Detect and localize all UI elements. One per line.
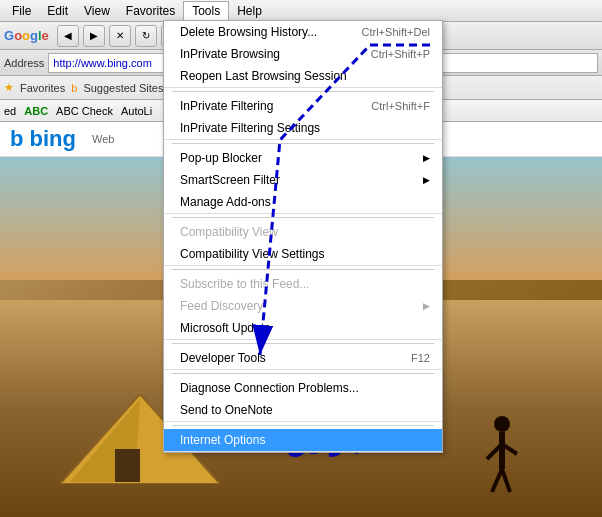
command-ed: ed bbox=[4, 105, 16, 117]
menu-smartscreen[interactable]: SmartScreen Filter bbox=[164, 169, 442, 191]
google-logo: Google bbox=[4, 28, 49, 43]
back-button[interactable]: ◀ bbox=[57, 25, 79, 47]
browser-frame: File Edit View Favorites Tools Help Goog… bbox=[0, 0, 602, 517]
svg-point-3 bbox=[494, 416, 510, 432]
tools-dropdown-menu: Delete Browsing History... Ctrl+Shift+De… bbox=[163, 20, 443, 453]
menu-file[interactable]: File bbox=[4, 2, 39, 20]
menu-manage-addons[interactable]: Manage Add-ons bbox=[164, 191, 442, 213]
menu-sep-5 bbox=[172, 343, 434, 344]
menu-inprivate-browsing[interactable]: InPrivate Browsing Ctrl+Shift+P bbox=[164, 43, 442, 65]
menu-feed-discovery: Feed Discovery bbox=[164, 295, 442, 317]
menu-section-7: Diagnose Connection Problems... Send to … bbox=[164, 377, 442, 422]
menu-tools[interactable]: Tools bbox=[183, 1, 229, 21]
menu-internet-options[interactable]: Internet Options bbox=[164, 429, 442, 451]
menu-compatibility-settings[interactable]: Compatibility View Settings bbox=[164, 243, 442, 265]
menu-view[interactable]: View bbox=[76, 2, 118, 20]
menu-compatibility-view: Compatibility View bbox=[164, 221, 442, 243]
menu-sep-3 bbox=[172, 217, 434, 218]
menu-subscribe-feed: Subscribe to this Feed... bbox=[164, 273, 442, 295]
check-label[interactable]: ABC Check bbox=[56, 105, 113, 117]
svg-line-8 bbox=[502, 469, 510, 492]
menu-sep-7 bbox=[172, 425, 434, 426]
favorites-star-icon: ★ bbox=[4, 81, 14, 94]
menu-favorites[interactable]: Favorites bbox=[118, 2, 183, 20]
menu-sep-6 bbox=[172, 373, 434, 374]
menu-section-1: Delete Browsing History... Ctrl+Shift+De… bbox=[164, 21, 442, 88]
menu-popup-blocker[interactable]: Pop-up Blocker bbox=[164, 147, 442, 169]
person-silhouette bbox=[482, 414, 522, 497]
menu-send-onenote[interactable]: Send to OneNote bbox=[164, 399, 442, 421]
menu-section-6: Developer Tools F12 bbox=[164, 347, 442, 370]
menu-sep-1 bbox=[172, 91, 434, 92]
svg-line-7 bbox=[492, 469, 502, 492]
menu-reopen-session[interactable]: Reopen Last Browsing Session bbox=[164, 65, 442, 87]
favorites-label[interactable]: Favorites bbox=[20, 82, 65, 94]
menu-sep-2 bbox=[172, 143, 434, 144]
menu-inprivate-settings[interactable]: InPrivate Filtering Settings bbox=[164, 117, 442, 139]
menu-section-5: Subscribe to this Feed... Feed Discovery… bbox=[164, 273, 442, 340]
spell-check-icon: ABC bbox=[24, 105, 48, 117]
svg-rect-2 bbox=[115, 449, 140, 482]
menu-delete-history[interactable]: Delete Browsing History... Ctrl+Shift+De… bbox=[164, 21, 442, 43]
menu-section-3: Pop-up Blocker SmartScreen Filter Manage… bbox=[164, 147, 442, 214]
suggested-sites-label[interactable]: Suggested Sites bbox=[83, 82, 163, 94]
menu-section-8: Internet Options bbox=[164, 429, 442, 452]
bing-icon: b bbox=[71, 82, 77, 94]
menu-section-2: InPrivate Filtering Ctrl+Shift+F InPriva… bbox=[164, 95, 442, 140]
menu-developer-tools[interactable]: Developer Tools F12 bbox=[164, 347, 442, 369]
forward-button[interactable]: ▶ bbox=[83, 25, 105, 47]
stop-button[interactable]: ✕ bbox=[109, 25, 131, 47]
menu-diagnose[interactable]: Diagnose Connection Problems... bbox=[164, 377, 442, 399]
refresh-button[interactable]: ↻ bbox=[135, 25, 157, 47]
menu-help[interactable]: Help bbox=[229, 2, 270, 20]
bing-logo: b bing bbox=[10, 126, 76, 152]
menu-edit[interactable]: Edit bbox=[39, 2, 76, 20]
menu-bar: File Edit View Favorites Tools Help bbox=[0, 0, 602, 22]
menu-sep-4 bbox=[172, 269, 434, 270]
menu-inprivate-filtering[interactable]: InPrivate Filtering Ctrl+Shift+F bbox=[164, 95, 442, 117]
menu-section-4: Compatibility View Compatibility View Se… bbox=[164, 221, 442, 266]
autoli-label: AutoLi bbox=[121, 105, 152, 117]
bing-nav-web[interactable]: Web bbox=[92, 133, 114, 145]
address-label: Address bbox=[4, 57, 44, 69]
menu-microsoft-update[interactable]: Microsoft Update bbox=[164, 317, 442, 339]
